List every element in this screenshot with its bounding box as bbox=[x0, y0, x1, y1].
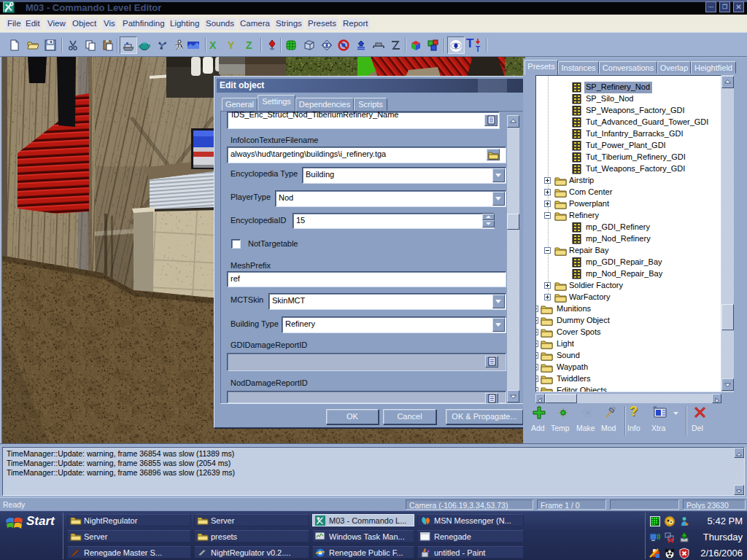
svg-text:T: T bbox=[476, 45, 480, 53]
